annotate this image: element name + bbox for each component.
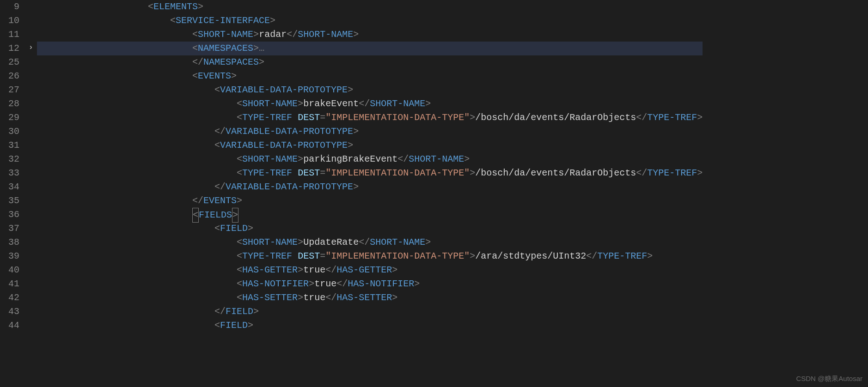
code-line[interactable]: <SHORT-NAME>parkingBrakeEvent</SHORT-NAM… [37,152,703,166]
code-line[interactable]: <HAS-SETTER>true</HAS-SETTER> [37,291,703,305]
code-line[interactable]: <SHORT-NAME>UpdateRate</SHORT-NAME> [37,236,703,249]
code-line[interactable]: </VARIABLE-DATA-PROTOTYPE> [37,125,703,139]
code-editor[interactable]: 9 10 11 12 25 26 27 28 29 30 31 32 33 34… [0,0,868,387]
line-number: 41 [0,277,19,291]
line-number: 37 [0,222,19,236]
code-line[interactable]: <TYPE-TREF DEST="IMPLEMENTATION-DATA-TYP… [37,249,703,263]
code-line[interactable]: <SERVICE-INTERFACE> [37,14,703,28]
code-line[interactable]: <VARIABLE-DATA-PROTOTYPE> [37,83,703,97]
code-line[interactable]: <TYPE-TREF DEST="IMPLEMENTATION-DATA-TYP… [37,111,703,125]
line-number: 44 [0,319,19,333]
line-number: 25 [0,55,19,69]
code-line[interactable]: </EVENTS> [37,194,703,208]
line-number: 43 [0,305,19,319]
fold-arrow-icon[interactable]: › [29,43,33,52]
line-number: 26 [0,69,19,83]
code-line[interactable]: </NAMESPACES> [37,55,703,69]
line-number: 42 [0,291,19,305]
line-number: 27 [0,83,19,97]
line-number: 30 [0,125,19,139]
line-number: 34 [0,180,19,194]
line-number: 12 [0,42,19,55]
line-number: 11 [0,28,19,42]
code-line[interactable]: <FIELD> [37,222,703,236]
line-number: 28 [0,97,19,111]
code-line[interactable]: <SHORT-NAME>brakeEvent</SHORT-NAME> [37,97,703,111]
code-line[interactable]: <TYPE-TREF DEST="IMPLEMENTATION-DATA-TYP… [37,166,703,180]
code-line[interactable]: <HAS-NOTIFIER>true</HAS-NOTIFIER> [37,277,703,291]
watermark-text: CSDN @糖果Autosar [796,375,862,383]
line-gutter: 9 10 11 12 25 26 27 28 29 30 31 32 33 34… [0,0,28,387]
code-line[interactable]: <EVENTS> [37,69,703,83]
code-line[interactable]: <ELEMENTS> [37,0,703,14]
fold-column: › [28,0,37,387]
line-number: 29 [0,111,19,125]
code-line[interactable]: </VARIABLE-DATA-PROTOTYPE> [37,180,703,194]
code-line[interactable]: <FIELD> [37,319,703,333]
code-line[interactable]: <HAS-GETTER>true</HAS-GETTER> [37,263,703,277]
line-number: 35 [0,194,19,208]
code-area[interactable]: <ELEMENTS> <SERVICE-INTERFACE> <SHORT-NA… [37,0,868,387]
code-line[interactable]: </FIELD> [37,305,703,319]
code-line-highlighted[interactable]: <NAMESPACES>… [37,42,703,55]
line-number: 33 [0,166,19,180]
line-number: 10 [0,14,19,28]
line-number: 40 [0,263,19,277]
code-line[interactable]: <VARIABLE-DATA-PROTOTYPE> [37,139,703,152]
line-number: 31 [0,139,19,152]
code-line[interactable]: <FIELDS> [37,208,703,222]
line-number: 39 [0,249,19,263]
line-number: 32 [0,152,19,166]
line-number: 38 [0,236,19,249]
code-line[interactable]: <SHORT-NAME>radar</SHORT-NAME> [37,28,703,42]
line-number: 36 [0,208,19,222]
line-number: 9 [0,0,19,14]
